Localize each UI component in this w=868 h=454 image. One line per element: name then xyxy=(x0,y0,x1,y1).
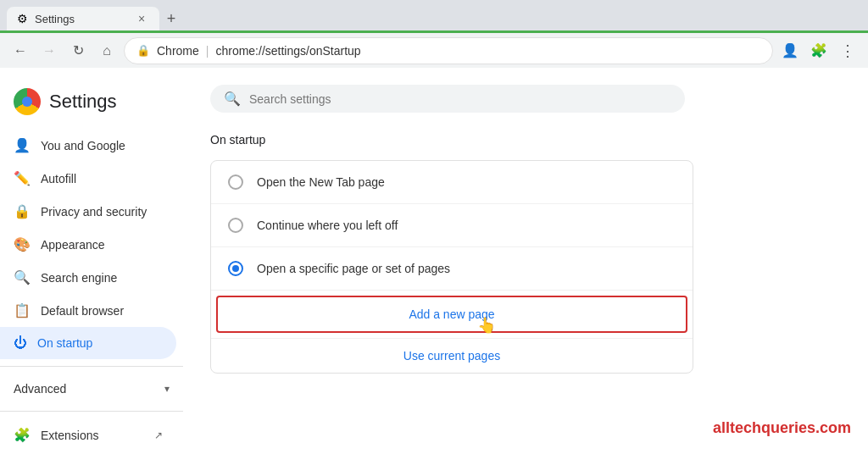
sidebar-label-search: Search engine xyxy=(41,271,117,285)
external-link-icon: ↗ xyxy=(154,429,163,441)
app-body: Settings 👤 You and Google ✏️ Autofill 🔒 … xyxy=(0,68,868,454)
sidebar-item-you-and-google[interactable]: 👤 You and Google xyxy=(0,129,176,162)
browser-window: ⚙ Settings × + ← → ↻ ⌂ 🔒 Chrome | chrome… xyxy=(0,0,868,68)
settings-header: Settings xyxy=(0,81,183,129)
forward-button[interactable]: → xyxy=(37,39,61,63)
edit-icon: ✏️ xyxy=(14,170,31,186)
section-title: On startup xyxy=(210,133,841,147)
back-button[interactable]: ← xyxy=(8,39,32,63)
sidebar-item-on-startup[interactable]: ⏻ On startup xyxy=(0,327,176,359)
use-current-pages-button[interactable]: Use current pages xyxy=(211,338,693,373)
search-container: 🔍 xyxy=(210,85,685,113)
sidebar-item-appearance[interactable]: 🎨 Appearance xyxy=(0,228,176,261)
google-icon xyxy=(14,88,41,115)
palette-icon: 🎨 xyxy=(14,236,31,252)
radio-specific-page[interactable] xyxy=(228,261,243,276)
sidebar-item-search-engine[interactable]: 🔍 Search engine xyxy=(0,261,176,294)
chevron-down-icon: ▾ xyxy=(164,383,170,395)
main-content: 🔍 On startup Open the New Tab page Conti… xyxy=(183,68,868,454)
add-page-button[interactable]: Add a new page 👆 xyxy=(218,297,686,331)
tab-close-icon[interactable]: × xyxy=(134,11,149,26)
settings-title: Settings xyxy=(49,91,117,113)
sidebar-label-on-startup: On startup xyxy=(37,336,92,350)
home-button[interactable]: ⌂ xyxy=(95,39,119,63)
option-specific-page-label: Open a specific page or set of pages xyxy=(257,262,450,275)
address-separator: | xyxy=(206,44,209,58)
radio-continue[interactable] xyxy=(228,218,243,233)
reload-button[interactable]: ↻ xyxy=(66,39,90,63)
divider xyxy=(0,366,183,367)
address-site-name: Chrome xyxy=(157,44,199,58)
address-url[interactable]: chrome://settings/onStartup xyxy=(215,44,360,58)
menu-button[interactable]: ⋮ xyxy=(836,39,860,63)
option-continue-label: Continue where you left off xyxy=(257,219,398,232)
shield-icon: 🔒 xyxy=(14,203,31,219)
nav-bar: ← → ↻ ⌂ 🔒 Chrome | chrome://settings/onS… xyxy=(0,30,868,68)
sidebar-item-privacy-security[interactable]: 🔒 Privacy and security xyxy=(0,195,176,228)
sidebar-label-default-browser: Default browser xyxy=(41,304,124,318)
divider-2 xyxy=(0,411,183,412)
power-icon: ⏻ xyxy=(14,335,27,351)
sidebar-item-extensions[interactable]: 🧩 Extensions ↗ xyxy=(0,418,176,451)
search-icon: 🔍 xyxy=(14,269,31,285)
sidebar-label-privacy: Privacy and security xyxy=(41,205,147,219)
address-lock-icon: 🔒 xyxy=(136,44,150,57)
sidebar-label-appearance: Appearance xyxy=(41,238,105,252)
tab-title: Settings xyxy=(35,13,127,25)
search-input[interactable] xyxy=(249,92,671,106)
option-new-tab-label: Open the New Tab page xyxy=(257,175,385,189)
new-tab-button[interactable]: + xyxy=(159,7,183,30)
option-specific-page[interactable]: Open a specific page or set of pages xyxy=(211,247,693,291)
browser-icon: 📋 xyxy=(14,302,31,318)
cursor-icon: 👆 xyxy=(477,316,496,335)
advanced-label: Advanced xyxy=(14,382,66,396)
address-bar[interactable]: 🔒 Chrome | chrome://settings/onStartup xyxy=(124,37,773,64)
radio-new-tab[interactable] xyxy=(228,174,243,190)
use-current-pages-label: Use current pages xyxy=(403,349,500,363)
active-tab[interactable]: ⚙ Settings × xyxy=(7,7,159,30)
sidebar-item-default-browser[interactable]: 📋 Default browser xyxy=(0,294,176,327)
sidebar-label-autofill: Autofill xyxy=(41,172,76,185)
sidebar-item-autofill[interactable]: ✏️ Autofill xyxy=(0,162,176,195)
puzzle-icon: 🧩 xyxy=(14,427,31,443)
extensions-button[interactable]: 🧩 xyxy=(807,39,831,63)
options-card: Open the New Tab page Continue where you… xyxy=(210,160,693,374)
sidebar-label-extensions: Extensions xyxy=(41,429,98,442)
sidebar-label-you-and-google: You and Google xyxy=(41,139,125,152)
sidebar: Settings 👤 You and Google ✏️ Autofill 🔒 … xyxy=(0,68,183,454)
search-icon: 🔍 xyxy=(224,91,241,107)
tab-favicon: ⚙ xyxy=(17,12,28,25)
option-new-tab[interactable]: Open the New Tab page xyxy=(211,161,693,204)
advanced-section[interactable]: Advanced ▾ xyxy=(0,374,183,404)
option-continue[interactable]: Continue where you left off xyxy=(211,204,693,247)
watermark: alltechqueries.com xyxy=(713,419,851,437)
tab-bar: ⚙ Settings × + xyxy=(0,0,868,30)
profile-button[interactable]: 👤 xyxy=(778,39,802,63)
add-page-wrapper: Add a new page 👆 xyxy=(216,296,687,333)
person-icon: 👤 xyxy=(14,137,31,153)
